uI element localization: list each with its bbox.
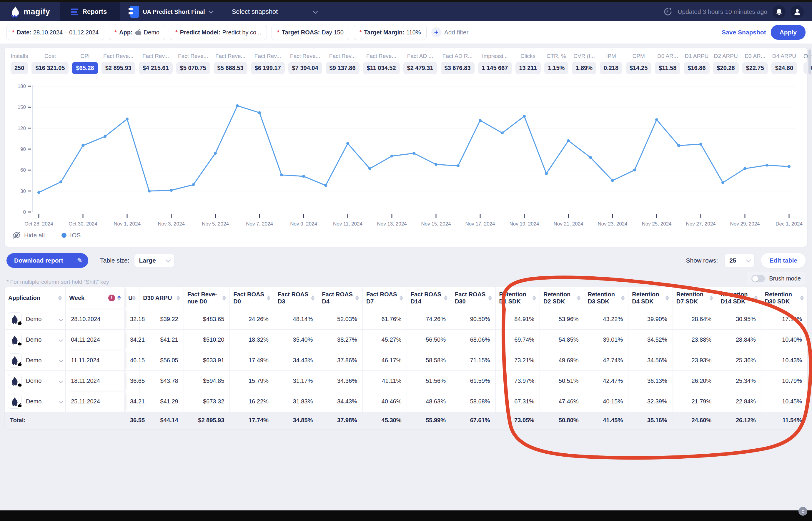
filter-chip-target-margin[interactable]: * Target Margin: 110%: [354, 25, 426, 40]
kpi-value-chip[interactable]: $6 199.17: [251, 62, 285, 74]
kpi-cpm[interactable]: CPM$14.25: [626, 53, 651, 74]
kpi-value-chip[interactable]: 250: [10, 62, 28, 74]
save-snapshot-button[interactable]: Save Snapshot: [722, 29, 766, 36]
kpi-value-chip[interactable]: 0.218: [600, 62, 622, 74]
sort-icon[interactable]: [117, 295, 121, 300]
scrollbar-thumb[interactable]: [809, 49, 811, 74]
nav-item-reports[interactable]: Reports: [60, 2, 120, 21]
sort-icon[interactable]: [355, 295, 359, 300]
expand-row-chevron-icon[interactable]: [59, 317, 63, 321]
notifications-button[interactable]: [773, 5, 786, 18]
column-header-d30-arpu[interactable]: D30 ARPU: [139, 287, 184, 309]
kpi-fact-rev[interactable]: Fact Rev...$4 215.61: [139, 53, 173, 74]
sort-icon[interactable]: [710, 295, 713, 300]
kpi-value-chip[interactable]: $16.86: [684, 62, 709, 74]
column-header-application[interactable]: Application: [5, 287, 66, 309]
kpi-value-chip[interactable]: $11.58: [655, 62, 680, 74]
sort-icon[interactable]: [577, 295, 580, 300]
kpi-value-chip[interactable]: 1.89%: [572, 62, 596, 74]
kpi-clicks[interactable]: Clicks13 211: [515, 53, 541, 74]
apply-button[interactable]: Apply: [771, 25, 806, 40]
legend-hide-all[interactable]: Hide all: [13, 232, 45, 239]
kpi-d4-arpu[interactable]: D4 ARPU$24.80: [771, 53, 797, 74]
kpi-value-chip[interactable]: $5 688.53: [214, 62, 247, 74]
kpi-value-chip[interactable]: $14.25: [626, 62, 651, 74]
expand-row-chevron-icon[interactable]: [59, 358, 63, 362]
edit-table-button[interactable]: Edit table: [761, 253, 806, 268]
column-header-retention-d3-sdk[interactable]: Retention D3 SDK: [584, 287, 629, 309]
column-header-retention-d7-sdk[interactable]: Retention D7 SDK: [673, 287, 717, 309]
kpi-value-chip[interactable]: 1 145 667: [478, 62, 512, 74]
line-chart[interactable]: 0306090120150180Oct 28, 2024Oct 30, 2024…: [10, 79, 802, 227]
legend-series-ios[interactable]: IOS: [62, 232, 81, 239]
app-cell[interactable]: Demo: [5, 371, 66, 391]
expand-row-chevron-icon[interactable]: [59, 379, 63, 383]
kpi-d2-arpu[interactable]: D2 ARPU$20.28: [713, 53, 739, 74]
kpi-cvr-i[interactable]: CVR (I...1.89%: [572, 53, 596, 74]
kpi-ipm[interactable]: IPM0.218: [600, 53, 622, 74]
sort-icon[interactable]: [665, 295, 669, 300]
kpi-value-chip[interactable]: 1.15%: [544, 62, 569, 74]
kpi-value-chip[interactable]: $2 479.31: [403, 62, 437, 74]
expand-row-chevron-icon[interactable]: [59, 338, 63, 342]
kpi-fact-rev[interactable]: Fact Rev...$9 137.86: [326, 53, 359, 74]
column-header-fact-roas-d7[interactable]: Fact ROAS D7: [363, 287, 407, 309]
column-header-fact-roas-d30[interactable]: Fact ROAS D30: [451, 287, 496, 309]
kpi-installs[interactable]: Installs250: [10, 53, 28, 74]
column-header-week[interactable]: Week1: [66, 287, 125, 309]
add-filter-button[interactable]: + Add filter: [431, 27, 469, 37]
account-button[interactable]: [791, 5, 804, 18]
sort-icon[interactable]: [754, 295, 758, 300]
sort-icon[interactable]: [58, 295, 62, 300]
sort-icon[interactable]: [532, 295, 536, 300]
kpi-value-chip[interactable]: $24.80: [771, 62, 797, 74]
table-size-select[interactable]: Large: [134, 254, 174, 267]
sort-icon[interactable]: [132, 295, 136, 300]
sort-icon[interactable]: [222, 295, 226, 300]
kpi-fact-reve[interactable]: Fact Reve...$5 070.75: [176, 53, 210, 74]
kpi-value-chip[interactable]: $20.28: [713, 62, 739, 74]
sort-icon[interactable]: [444, 295, 447, 300]
column-header-retention-d2-sdk[interactable]: Retention D2 SDK: [540, 287, 584, 309]
kpi-cpi[interactable]: CPI$65.28: [72, 53, 98, 74]
kpi-value-chip[interactable]: $3 676.83: [441, 62, 475, 74]
kpi-d3-ar[interactable]: D3 AR...$22.75: [742, 53, 768, 74]
kpi-value-chip[interactable]: $2 895.93: [102, 62, 135, 74]
kpi-fact-ad-r[interactable]: Fact AD R...$3 676.83: [441, 53, 475, 74]
column-header-u[interactable]: U: [125, 287, 139, 309]
refresh-icon[interactable]: [663, 7, 672, 16]
sort-icon[interactable]: [800, 295, 804, 300]
sort-icon[interactable]: [621, 295, 624, 300]
column-header-retention-d14-sdk[interactable]: Retention D14 SDK: [717, 287, 761, 309]
kpi-value-chip[interactable]: $4 215.61: [139, 62, 173, 74]
kpi-fact-reve[interactable]: Fact Reve...$7 394.04: [288, 53, 322, 74]
filter-chip-predict-model[interactable]: * Predict Model: Predict by co...: [170, 25, 267, 40]
column-header-retention-d30-sdk[interactable]: Retention D30 SDK: [761, 287, 807, 309]
app-cell[interactable]: Demo: [5, 309, 66, 330]
kpi-cost[interactable]: Cost$16 321.05: [31, 53, 69, 74]
app-cell[interactable]: Demo: [5, 391, 66, 412]
column-header-fact-roas-d14[interactable]: Fact ROAS D14: [407, 287, 451, 309]
sort-icon[interactable]: [267, 295, 270, 300]
column-header-fact-roas-d3[interactable]: Fact ROAS D3: [274, 287, 318, 309]
column-header-fact-reve-nue-d0[interactable]: Fact Reve­nue D0: [183, 287, 230, 309]
kpi-value-chip[interactable]: $7 394.04: [288, 62, 322, 74]
kpi-fact-ad[interactable]: Fact AD ...$2 479.31: [403, 53, 437, 74]
column-header-fact-roas-d0[interactable]: Fact ROAS D0: [230, 287, 274, 309]
filter-chip-app[interactable]: * App: Demo: [109, 25, 165, 40]
column-header-fact-roas-d4[interactable]: Fact ROAS D4: [318, 287, 363, 309]
filter-chip-date[interactable]: * Date: 28.10.2024 – 01.12.2024: [6, 25, 104, 40]
sort-icon[interactable]: [399, 295, 403, 300]
column-header-retention-d4-sdk[interactable]: Retention D4 SDK: [629, 287, 673, 309]
kpi-value-chip[interactable]: $9 137.86: [326, 62, 359, 74]
app-cell[interactable]: Demo: [5, 330, 66, 350]
filter-chip-target-roas[interactable]: * Target ROAS: Day 150: [271, 25, 349, 40]
kpi-d1-arpu[interactable]: D1 ARPU$16.86: [684, 53, 709, 74]
sort-icon[interactable]: [488, 295, 492, 300]
edit-pencil-icon[interactable]: ✎: [71, 253, 88, 268]
kpi-d0-ar[interactable]: D0 AR...$11.58: [655, 53, 680, 74]
sort-icon[interactable]: [311, 295, 314, 300]
brush-mode-toggle[interactable]: [751, 275, 765, 282]
kpi-fact-reve[interactable]: Fact Reve...$2 895.93: [102, 53, 135, 74]
sort-icon[interactable]: [177, 295, 180, 300]
